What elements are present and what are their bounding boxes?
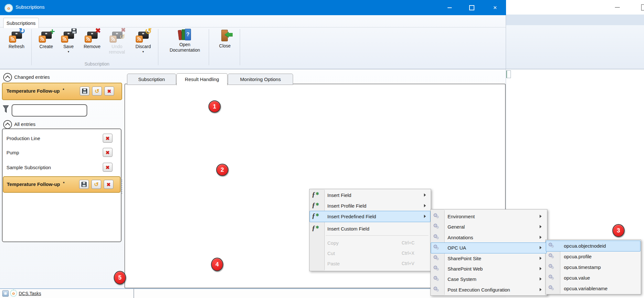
submenu-item-opcua-value[interactable]: opcua.value bbox=[564, 272, 590, 283]
remove-button[interactable]: ✖ Remove bbox=[80, 28, 104, 65]
collapse-changed-entries-button[interactable] bbox=[3, 73, 12, 82]
chevron-up-icon bbox=[5, 123, 10, 128]
gears-icon: ⚙⚙ bbox=[548, 285, 556, 293]
tab-result-handling[interactable]: Result Handling bbox=[176, 73, 227, 86]
menu-item-insert-custom-field[interactable]: Insert Custom Field bbox=[327, 223, 369, 234]
gears-icon: ⚙⚙ bbox=[548, 263, 556, 271]
changed-entries-label: Changed entries bbox=[14, 74, 50, 80]
window-title: Subscriptions bbox=[16, 4, 45, 10]
entry-remove-button[interactable]: ✖ bbox=[104, 180, 113, 189]
save-dropdown-icon[interactable]: ▼ bbox=[67, 50, 70, 53]
gears-icon: ⚙⚙ bbox=[433, 223, 441, 231]
undo-removal-icon: ✖↺ bbox=[108, 28, 126, 43]
close-icon: ✕ bbox=[493, 5, 497, 11]
ribbon-separator bbox=[240, 29, 240, 65]
submenu-arrow-icon bbox=[540, 215, 542, 218]
submenu-arrow-icon bbox=[540, 277, 542, 281]
gears-icon: ⚙⚙ bbox=[548, 253, 556, 261]
submenu-item-opc-ua[interactable]: OPC UA bbox=[448, 242, 466, 253]
undo-removal-label: Undo removal bbox=[106, 44, 128, 55]
save-icon bbox=[60, 28, 77, 43]
app-logo-icon: o bbox=[5, 4, 13, 12]
discard-button[interactable]: ↺ Discard ▼ bbox=[130, 28, 156, 65]
ribbon-separator bbox=[209, 29, 209, 65]
remove-x-icon: ✖ bbox=[106, 165, 110, 170]
status-logo-icon: o bbox=[10, 290, 17, 297]
submenu-item-opcua-objectnodeid[interactable]: opcua.objectnodeid bbox=[564, 241, 606, 251]
list-item-remove-button[interactable]: ✖ bbox=[103, 163, 112, 172]
background-window-fragment bbox=[506, 70, 511, 78]
entry-save-button[interactable] bbox=[79, 180, 89, 189]
submenu-arrow-icon bbox=[424, 215, 426, 218]
fx-icon: ƒ✱ bbox=[312, 191, 322, 199]
ribbon-close-button[interactable]: Close bbox=[213, 28, 237, 65]
shortcut-label: Ctrl+C bbox=[402, 240, 415, 245]
dcs-tasks-link[interactable]: DCS.Tasks bbox=[19, 291, 41, 296]
refresh-button[interactable]: ↻ Refresh bbox=[4, 28, 29, 65]
collapse-all-entries-button[interactable] bbox=[3, 120, 12, 129]
submenu-arrow-icon bbox=[540, 236, 542, 239]
gears-icon: ⚙⚙ bbox=[433, 234, 441, 241]
entry-undo-button[interactable]: ↺ bbox=[92, 87, 102, 96]
list-item-temperature-followup[interactable]: Temperature Follow-up * ↺ ✖ bbox=[3, 176, 121, 193]
gears-icon: ⚙⚙ bbox=[548, 242, 556, 250]
create-label: Create bbox=[39, 44, 53, 49]
entry-undo-button[interactable]: ↺ bbox=[91, 180, 101, 189]
list-item-pump[interactable]: Pump bbox=[6, 150, 19, 155]
minimize-button[interactable] bbox=[442, 0, 457, 15]
submenu-arrow-icon bbox=[540, 246, 542, 249]
submenu-item-annotations[interactable]: Annotations bbox=[448, 232, 473, 242]
entry-remove-button[interactable]: ✖ bbox=[104, 87, 114, 96]
submenu-item-environment[interactable]: Environment bbox=[448, 211, 475, 221]
background-maximize-icon[interactable] bbox=[641, 4, 644, 11]
gears-icon: ⚙⚙ bbox=[433, 255, 441, 262]
submenu-arrow-icon bbox=[540, 288, 542, 291]
background-minimize-icon[interactable] bbox=[615, 7, 620, 8]
submenu-item-post-execution-configuration[interactable]: Post Execution Configuration bbox=[448, 284, 510, 295]
submenu-item-opcua-variablename[interactable]: opcua.variablename bbox=[564, 283, 607, 293]
list-item-sample-subscription[interactable]: Sample Subscription bbox=[6, 165, 51, 170]
discard-dropdown-icon[interactable]: ▼ bbox=[142, 50, 144, 53]
shortcut-label: Ctrl+X bbox=[402, 251, 414, 256]
ribbon-bottom-border bbox=[0, 69, 506, 69]
gears-icon: ⚙⚙ bbox=[433, 244, 441, 252]
splitter-grip[interactable] bbox=[121, 180, 123, 194]
ribbon-tab-divider bbox=[0, 27, 506, 27]
changed-entry-temperature-followup[interactable]: Temperature Follow-up * ↺ ✖ bbox=[2, 83, 122, 100]
list-item-production-line[interactable]: Production Line bbox=[6, 136, 40, 141]
menu-gutter-line bbox=[324, 190, 325, 270]
save-button[interactable]: Save ▼ bbox=[58, 28, 79, 65]
remove-x-icon: ✖ bbox=[107, 182, 111, 187]
submenu-item-general[interactable]: General bbox=[448, 221, 465, 232]
status-image-icon bbox=[2, 290, 9, 297]
remove-icon: ✖ bbox=[83, 28, 101, 43]
list-item-remove-button[interactable]: ✖ bbox=[103, 134, 112, 143]
list-item-remove-button[interactable]: ✖ bbox=[103, 148, 112, 157]
gears-icon: ⚙⚙ bbox=[433, 286, 441, 294]
background-window-tabstrip bbox=[506, 15, 644, 25]
submenu-arrow-icon bbox=[540, 225, 542, 228]
submenu-item-opcua-profile[interactable]: opcua.profile bbox=[564, 251, 592, 262]
maximize-button[interactable] bbox=[464, 0, 479, 15]
tab-monitoring-options[interactable]: Monitoring Options bbox=[228, 74, 293, 85]
tab-subscription[interactable]: Subscription bbox=[127, 74, 176, 85]
submenu-item-sharepoint-site[interactable]: SharePoint Site bbox=[448, 253, 481, 263]
menu-item-insert-predefined-field[interactable]: Insert Predefined Field bbox=[327, 211, 376, 221]
submenu-item-sharepoint-web[interactable]: SharePoint Web bbox=[448, 263, 483, 274]
open-documentation-label: Open Documentation bbox=[165, 42, 205, 53]
menu-item-cut: Cut bbox=[327, 248, 335, 258]
filter-input[interactable] bbox=[12, 104, 87, 117]
undo-icon: ↺ bbox=[95, 88, 99, 94]
create-button[interactable]: + Create bbox=[35, 28, 58, 65]
ribbon-tab-subscriptions[interactable]: Subscriptions bbox=[3, 18, 39, 28]
close-button[interactable]: ✕ bbox=[488, 0, 502, 15]
submenu-item-case-system[interactable]: Case System bbox=[448, 274, 476, 284]
entry-save-button[interactable] bbox=[80, 87, 90, 96]
open-documentation-button[interactable]: ? Open Documentation bbox=[165, 28, 205, 65]
fx-icon: ƒ✱ bbox=[312, 225, 322, 232]
discard-icon: ↺ bbox=[134, 28, 152, 43]
menu-item-insert-field[interactable]: Insert Field bbox=[327, 190, 351, 200]
menu-item-insert-profile-field[interactable]: Insert Profile Field bbox=[327, 200, 366, 211]
titlebar bbox=[0, 0, 506, 15]
submenu-item-opcua-timestamp[interactable]: opcua.timestamp bbox=[564, 262, 601, 272]
